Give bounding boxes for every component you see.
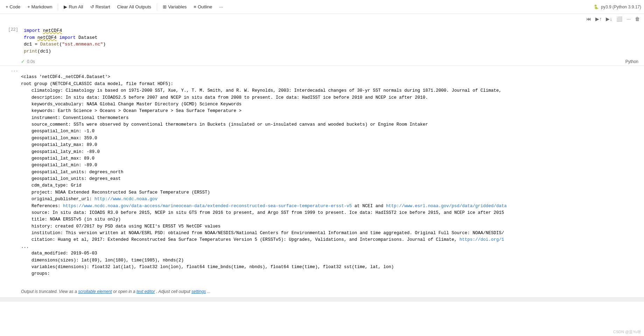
notebook-area: ⏮ ▶↑ ▶↓ ⬜ ··· 🗑 [22] import netCDF4 from… bbox=[0, 14, 644, 336]
run-all-icon: ▶ bbox=[64, 4, 67, 9]
more-options-button[interactable]: ··· bbox=[216, 3, 226, 11]
text-editor-link[interactable]: text editor bbox=[136, 289, 155, 294]
cell-toolbar: ⏮ ▶↑ ▶↓ ⬜ ··· 🗑 bbox=[582, 14, 644, 24]
or-text: or open in a bbox=[113, 289, 136, 294]
run-below-button[interactable]: ▶↓ bbox=[604, 15, 614, 22]
restart-button[interactable]: ↺ Restart bbox=[88, 3, 113, 11]
references-url-link-1[interactable]: https://www.ncdc.noaa.gov/data-access/ma… bbox=[63, 204, 352, 209]
cell-input: [22] import netCDF4 from netCDF4 import … bbox=[0, 24, 644, 58]
python-icon: 🐍 bbox=[594, 5, 599, 9]
variables-label: Variables bbox=[168, 4, 187, 9]
horizontal-scrollbar[interactable] bbox=[0, 298, 644, 302]
go-to-start-button[interactable]: ⏮ bbox=[585, 15, 593, 22]
exec-check-icon: ✓ bbox=[21, 59, 25, 64]
variables-icon: ⊞ bbox=[163, 4, 167, 9]
split-cell-button[interactable]: ⬜ bbox=[615, 15, 624, 22]
runtime-label: py3.9 (Python 3.9.17) bbox=[601, 5, 641, 9]
cell-exec-count: [22] bbox=[0, 24, 21, 58]
output-gutter-label: ... bbox=[0, 66, 21, 287]
exec-time: 0.0s bbox=[27, 59, 35, 64]
outline-button[interactable]: ≡ Outline bbox=[191, 3, 215, 11]
toolbar-separator bbox=[58, 4, 58, 10]
cell-more-button[interactable]: ··· bbox=[625, 15, 632, 22]
watermark: CSDN @是Yu呀 bbox=[613, 329, 641, 335]
add-markdown-button[interactable]: + Markdown bbox=[24, 3, 55, 11]
output-cell-22: ... <class 'netCDF4._netCDF4.Dataset'> r… bbox=[0, 66, 644, 287]
publisher-url-link[interactable]: http://www.ncdc.noaa.gov bbox=[94, 197, 158, 202]
variables-button[interactable]: ⊞ Variables bbox=[160, 3, 189, 11]
ellipsis-text: ... bbox=[207, 289, 211, 294]
clear-outputs-button[interactable]: Clear All Outputs bbox=[114, 3, 154, 11]
restart-icon: ↺ bbox=[90, 4, 94, 9]
scrollable-element-link[interactable]: scrollable element bbox=[78, 289, 112, 294]
toolbar-separator-2 bbox=[157, 4, 157, 10]
run-above-button[interactable]: ▶↑ bbox=[594, 15, 603, 22]
notebook-toolbar: + Code + Markdown ▶ Run All ↺ Restart Cl… bbox=[0, 0, 644, 14]
run-all-label: Run All bbox=[69, 4, 83, 9]
code-editor[interactable]: import netCDF4 from netCDF4 import Datas… bbox=[21, 26, 644, 56]
code-cell-22: ⏮ ▶↑ ▶↓ ⬜ ··· 🗑 [22] import netCDF4 from… bbox=[0, 14, 644, 66]
exec-status-row: ✓ 0.0s Python bbox=[0, 58, 644, 65]
run-all-button[interactable]: ▶ Run All bbox=[61, 3, 86, 11]
add-code-button[interactable]: + Code bbox=[3, 3, 23, 11]
outline-label: Outline bbox=[198, 4, 212, 9]
output-content: <class 'netCDF4._netCDF4.Dataset'> root … bbox=[21, 66, 644, 287]
truncated-output-note: Output is truncated. View as a scrollabl… bbox=[0, 287, 644, 298]
exec-lang: Python bbox=[625, 59, 641, 64]
outline-icon: ≡ bbox=[194, 4, 196, 9]
restart-label: Restart bbox=[96, 4, 110, 9]
adjust-text: . Adjust cell output bbox=[156, 289, 191, 294]
delete-cell-button[interactable]: 🗑 bbox=[634, 15, 641, 22]
settings-link[interactable]: settings bbox=[191, 289, 206, 294]
references-url-link-2[interactable]: http://www.esrl.noaa.gov/psd/data/gridde… bbox=[386, 204, 507, 209]
cell-code-content: import netCDF4 from netCDF4 import Datas… bbox=[21, 24, 644, 58]
truncated-text: Output is truncated. View as a bbox=[21, 289, 77, 294]
toolbar-runtime: 🐍 py3.9 (Python 3.9.17) bbox=[594, 5, 641, 9]
citation-url-link[interactable]: https://doi.org/1 bbox=[460, 237, 504, 242]
